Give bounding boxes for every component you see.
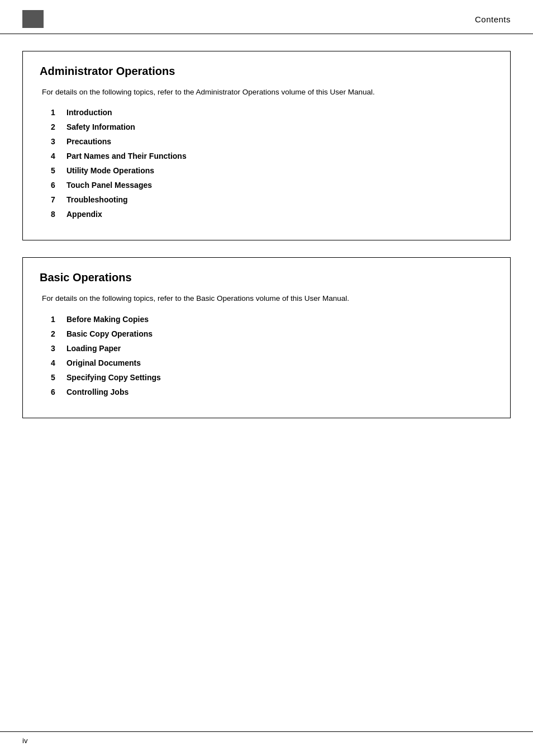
- toc-item-label: Original Documents: [66, 358, 141, 367]
- toc-item-label: Touch Panel Messages: [66, 181, 152, 190]
- toc-list-admin-operations: 1Introduction2Safety Information3Precaut…: [40, 108, 493, 219]
- section-box-basic-operations: Basic OperationsFor details on the follo…: [22, 257, 511, 418]
- toc-item-number: 6: [51, 181, 66, 190]
- list-item: 6Controlling Jobs: [40, 388, 493, 396]
- toc-item-label: Controlling Jobs: [66, 388, 129, 396]
- page-wrapper: Contents Administrator OperationsFor det…: [0, 0, 533, 756]
- toc-item-label: Troubleshooting: [66, 195, 128, 204]
- header-title: Contents: [475, 15, 511, 24]
- toc-item-label: Precautions: [66, 137, 111, 146]
- list-item: 3Precautions: [40, 137, 493, 146]
- toc-item-number: 6: [51, 388, 66, 396]
- list-item: 5Specifying Copy Settings: [40, 373, 493, 382]
- toc-item-number: 5: [51, 373, 66, 382]
- toc-item-label: Part Names and Their Functions: [66, 152, 187, 160]
- list-item: 7Troubleshooting: [40, 195, 493, 204]
- section-desc-basic-operations: For details on the following topics, ref…: [40, 293, 493, 304]
- toc-item-number: 2: [51, 122, 66, 131]
- list-item: 3Loading Paper: [40, 344, 493, 353]
- toc-item-number: 5: [51, 166, 66, 175]
- toc-item-number: 1: [51, 315, 66, 324]
- section-title-admin-operations: Administrator Operations: [40, 65, 493, 78]
- toc-item-label: Loading Paper: [66, 344, 121, 353]
- toc-item-number: 3: [51, 137, 66, 146]
- header-icon: [22, 10, 44, 28]
- toc-item-number: 3: [51, 344, 66, 353]
- toc-item-number: 2: [51, 329, 66, 338]
- list-item: 4Original Documents: [40, 358, 493, 367]
- toc-item-label: Basic Copy Operations: [66, 329, 153, 338]
- toc-item-label: Before Making Copies: [66, 315, 149, 324]
- list-item: 1Introduction: [40, 108, 493, 117]
- main-content: Administrator OperationsFor details on t…: [0, 34, 533, 469]
- toc-item-label: Appendix: [66, 210, 102, 219]
- section-box-admin-operations: Administrator OperationsFor details on t…: [22, 51, 511, 240]
- section-desc-admin-operations: For details on the following topics, ref…: [40, 87, 493, 98]
- list-item: 4Part Names and Their Functions: [40, 152, 493, 160]
- list-item: 1Before Making Copies: [40, 315, 493, 324]
- toc-list-basic-operations: 1Before Making Copies2Basic Copy Operati…: [40, 315, 493, 396]
- toc-item-label: Utility Mode Operations: [66, 166, 154, 175]
- list-item: 2Basic Copy Operations: [40, 329, 493, 338]
- toc-item-number: 4: [51, 152, 66, 160]
- toc-item-number: 1: [51, 108, 66, 117]
- list-item: 2Safety Information: [40, 122, 493, 131]
- list-item: 8Appendix: [40, 210, 493, 219]
- toc-item-number: 7: [51, 195, 66, 204]
- page-number: iv: [22, 736, 27, 745]
- page-footer: iv: [0, 731, 533, 745]
- toc-item-label: Safety Information: [66, 122, 135, 131]
- toc-item-label: Introduction: [66, 108, 112, 117]
- list-item: 6Touch Panel Messages: [40, 181, 493, 190]
- toc-item-number: 4: [51, 358, 66, 367]
- section-title-basic-operations: Basic Operations: [40, 271, 493, 284]
- page-header: Contents: [0, 0, 533, 34]
- list-item: 5Utility Mode Operations: [40, 166, 493, 175]
- toc-item-label: Specifying Copy Settings: [66, 373, 161, 382]
- toc-item-number: 8: [51, 210, 66, 219]
